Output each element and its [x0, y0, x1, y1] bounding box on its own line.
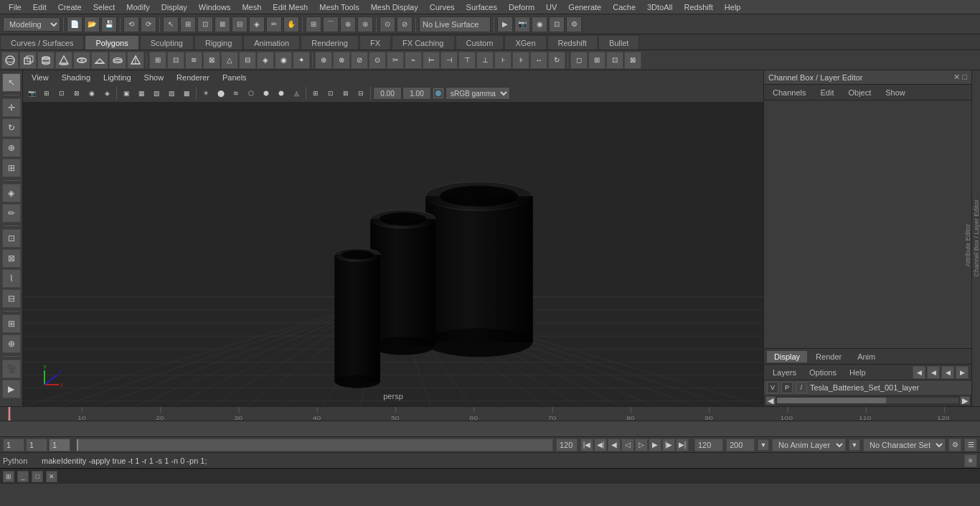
menu-display[interactable]: Display [156, 1, 193, 13]
layer-row[interactable]: V P / Tesla_Batteries_Set_001_layer [764, 380, 971, 395]
frame-indicator[interactable]: 1 [49, 439, 70, 451]
reduce-icon[interactable]: ◉ [275, 52, 292, 69]
undo-btn[interactable]: ⟲ [123, 17, 139, 32]
collapse-icon[interactable]: ⊧ [512, 52, 529, 69]
cube-icon[interactable] [19, 52, 37, 69]
select-loop-icon[interactable]: ⊠ [624, 52, 641, 69]
flip-icon[interactable]: ↔ [530, 52, 547, 69]
cb-tab-object[interactable]: Object [842, 87, 877, 98]
frame-current-field[interactable]: 1 [26, 439, 47, 451]
soft-sel-btn[interactable]: ◈ [249, 17, 265, 32]
new-file-btn[interactable]: 📄 [67, 17, 83, 32]
char-set-icon[interactable]: ⚙ [948, 439, 961, 451]
layer-playback-btn[interactable]: P [781, 382, 793, 393]
menu-edit-mesh[interactable]: Edit Mesh [267, 1, 314, 13]
menu-mesh-tools[interactable]: Mesh Tools [314, 1, 364, 13]
menu-mesh-display[interactable]: Mesh Display [365, 1, 424, 13]
select-by-icon[interactable]: ◻ [570, 52, 588, 69]
next-key-btn[interactable]: |▶ [662, 439, 675, 451]
plane-icon[interactable] [91, 52, 108, 69]
scroll-thumb[interactable] [777, 398, 886, 403]
extrude-icon[interactable]: ⊕ [315, 52, 332, 69]
char-set-select[interactable]: No Character Set [863, 439, 946, 451]
menu-curves[interactable]: Curves [424, 1, 461, 13]
fill-icon[interactable]: ◈ [257, 52, 274, 69]
anim-layer-options-btn[interactable]: ▼ [849, 439, 860, 451]
vp-shadow-btn[interactable]: ☀ [199, 86, 213, 100]
vp-wireframe-btn[interactable]: ▣ [119, 86, 133, 100]
menu-help[interactable]: Help [719, 1, 747, 13]
average-icon[interactable]: ⊠ [203, 52, 220, 69]
render-btn[interactable]: ▶ [497, 17, 513, 32]
select-edge-icon[interactable]: ⊞ [588, 52, 606, 69]
split-icon[interactable]: ⊢ [423, 52, 440, 69]
snap-point-btn[interactable]: ⊕ [340, 17, 356, 32]
vp-select-mode3[interactable]: ⊠ [339, 86, 353, 100]
quad-icon[interactable]: ⊟ [239, 52, 256, 69]
tab-sculpting[interactable]: Sculpting [140, 35, 194, 50]
scene-area[interactable]: persp X Y Z [23, 102, 763, 406]
le-tab-anim[interactable]: Anim [850, 351, 882, 362]
redo-btn[interactable]: ⟳ [141, 17, 156, 32]
triangulate-icon[interactable]: △ [221, 52, 238, 69]
tab-bullet[interactable]: Bullet [598, 35, 640, 50]
playback-range-end-field[interactable]: 200 [726, 439, 755, 451]
timeline-ruler[interactable]: 1 10 20 30 40 50 60 70 80 90 100 110 120 [0, 407, 980, 421]
vp-grid-icon[interactable]: ⊡ [55, 86, 69, 100]
menu-mesh[interactable]: Mesh [236, 1, 267, 13]
next-frame-btn[interactable]: ▶ [649, 439, 661, 451]
paint-select[interactable]: ⊟ [2, 289, 21, 308]
vp-snap-icon[interactable]: ⊠ [70, 86, 84, 100]
prev-frame-btn[interactable]: ◀ [608, 439, 621, 451]
connect-icon[interactable]: ⊤ [458, 52, 476, 69]
le-menu-options[interactable]: Options [804, 367, 842, 378]
playback-end-field[interactable]: 120 [694, 439, 723, 451]
vp-menu-view[interactable]: View [26, 72, 55, 83]
tab-fx[interactable]: FX [359, 35, 391, 50]
snap-grid-btn[interactable]: ⊞ [306, 17, 321, 32]
ipv-btn[interactable]: ◉ [532, 17, 547, 32]
scroll-right-btn[interactable]: ▶ [960, 396, 970, 405]
vp-menu-panels[interactable]: Panels [217, 72, 253, 83]
script-editor-btn[interactable]: ≡ [964, 454, 977, 467]
disc-icon[interactable] [109, 52, 126, 69]
menu-redshift[interactable]: Redshift [678, 1, 718, 13]
vp-select-mode2[interactable]: ⊡ [324, 86, 338, 100]
vp-ao-btn[interactable]: ⬤ [214, 86, 228, 100]
select-marquee-btn[interactable]: ⊠ [215, 17, 230, 32]
menu-uv[interactable]: UV [540, 1, 562, 13]
soft-select-tool[interactable]: ◈ [2, 184, 21, 202]
menu-file[interactable]: File [3, 1, 27, 13]
cb-tab-channels[interactable]: Channels [767, 87, 811, 98]
tab-custom[interactable]: Custom [456, 35, 504, 50]
cleanup-icon[interactable]: ✦ [293, 52, 310, 69]
prev-key-btn[interactable]: ◀| [594, 439, 607, 451]
frame-start-field[interactable]: 1 [3, 439, 24, 451]
vp-shading-icon[interactable]: ◈ [100, 86, 114, 100]
scale-input[interactable] [402, 87, 431, 100]
menu-surfaces[interactable]: Surfaces [461, 1, 503, 13]
window-maximize-btn[interactable]: □ [32, 471, 43, 482]
multi-cut-icon[interactable]: ⌁ [405, 52, 422, 69]
vp-menu-lighting[interactable]: Lighting [98, 72, 137, 83]
sphere-icon[interactable] [1, 52, 19, 69]
vp-smooth-btn[interactable]: ▦ [134, 86, 149, 100]
menu-modify[interactable]: Modify [121, 1, 155, 13]
tab-xgen[interactable]: XGen [504, 35, 546, 50]
universal-tool[interactable]: ⊞ [2, 159, 21, 177]
vp-isolate-btn[interactable]: ⊟ [354, 86, 368, 100]
vp-extra2-btn[interactable]: ◬ [289, 86, 303, 100]
vp-motion-btn[interactable]: ⬢ [259, 86, 273, 100]
select-tool-left[interactable]: ↖ [2, 73, 21, 92]
vp-light-btn[interactable]: ▩ [179, 86, 194, 100]
go-end-btn[interactable]: ▶| [676, 439, 689, 451]
combine-icon[interactable]: ⊞ [149, 52, 166, 69]
transform-w-btn[interactable]: ⊘ [397, 17, 413, 32]
vp-render-icon[interactable]: ◉ [85, 86, 99, 100]
select-lasso-btn[interactable]: ⊞ [180, 17, 196, 32]
menu-cache[interactable]: Cache [607, 1, 641, 13]
rotate-tool[interactable]: ↻ [2, 118, 21, 137]
smooth-icon[interactable]: ≋ [185, 52, 202, 69]
torus-icon[interactable] [73, 52, 90, 69]
go-start-btn[interactable]: |◀ [580, 439, 593, 451]
